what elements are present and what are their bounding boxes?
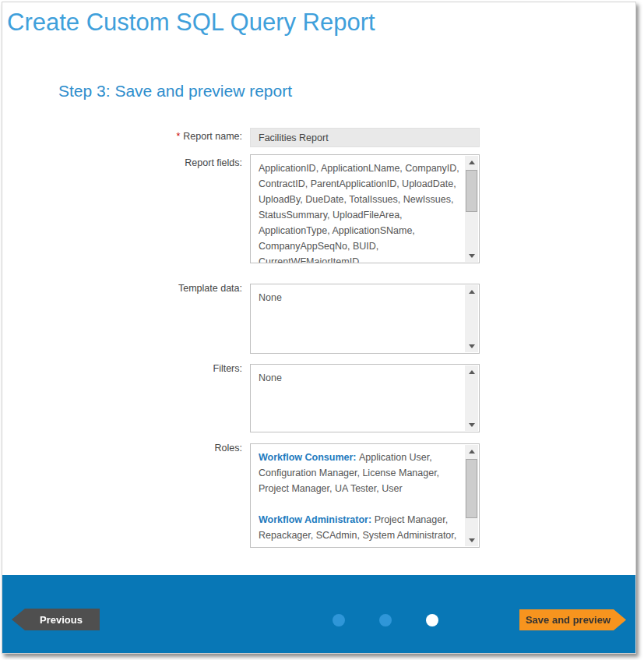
scroll-up-button[interactable] <box>465 365 478 378</box>
role-group-name: Workflow Administrator <box>259 514 375 525</box>
scroll-down-button[interactable] <box>465 340 478 352</box>
filters-box[interactable]: None <box>250 364 480 432</box>
filters-label: Filters: <box>86 363 242 374</box>
roles-scrollbar[interactable] <box>465 445 478 546</box>
report-fields-text: ApplicationID, ApplicationLName, Company… <box>251 155 465 263</box>
role-group-name: Workflow Consumer <box>259 452 359 463</box>
step-heading: Step 3: Save and preview report <box>58 82 292 101</box>
role-group: Workflow ConsumerApplication User, Confi… <box>259 450 462 496</box>
filters-text: None <box>251 365 465 432</box>
arrow-up-icon <box>469 450 475 454</box>
template-data-scrollbar[interactable] <box>465 285 478 352</box>
report-name-input[interactable] <box>250 128 480 147</box>
arrow-down-icon <box>469 423 475 427</box>
report-fields-scrollbar[interactable] <box>465 156 478 262</box>
roles-label: Roles: <box>86 443 242 454</box>
arrow-down-icon <box>469 344 475 348</box>
scroll-up-button[interactable] <box>465 445 478 457</box>
template-data-label: Template data: <box>86 283 242 294</box>
scrollbar-thumb[interactable] <box>466 170 477 212</box>
template-data-box[interactable]: None <box>250 284 480 354</box>
arrow-up-icon <box>469 161 475 164</box>
scroll-up-button[interactable] <box>465 156 478 168</box>
filters-scrollbar[interactable] <box>465 365 478 431</box>
wizard-page: Create Custom SQL Query Report Step 3: S… <box>2 2 636 654</box>
report-fields-label: Report fields: <box>86 157 242 168</box>
scroll-down-button[interactable] <box>465 534 478 546</box>
report-name-label: *Report name: <box>86 131 242 142</box>
role-group: Workflow AdministratorProject Manager, R… <box>259 512 462 547</box>
report-fields-box[interactable]: ApplicationID, ApplicationLName, Company… <box>250 154 480 263</box>
step-dot-inactive <box>333 614 345 626</box>
save-and-preview-button[interactable]: Save and preview <box>519 609 626 630</box>
scroll-up-button[interactable] <box>465 285 478 298</box>
step-dot-active <box>426 614 438 626</box>
scroll-down-button[interactable] <box>465 249 478 262</box>
roles-box[interactable]: Workflow ConsumerApplication User, Confi… <box>250 443 480 548</box>
arrow-down-icon <box>469 538 475 542</box>
step-dots <box>333 614 438 626</box>
required-asterisk: * <box>176 131 180 142</box>
roles-text: Workflow ConsumerApplication User, Confi… <box>251 444 465 547</box>
arrow-up-icon <box>469 290 475 294</box>
template-data-text: None <box>251 284 465 353</box>
previous-button[interactable]: Previous <box>12 609 100 630</box>
wizard-footer: Previous Save and preview <box>2 575 635 653</box>
arrow-down-icon <box>469 254 475 258</box>
scroll-down-button[interactable] <box>465 418 478 431</box>
page-title: Create Custom SQL Query Report <box>7 9 375 37</box>
arrow-up-icon <box>469 370 475 374</box>
step-dot-inactive <box>379 614 392 626</box>
scrollbar-thumb[interactable] <box>466 459 477 518</box>
